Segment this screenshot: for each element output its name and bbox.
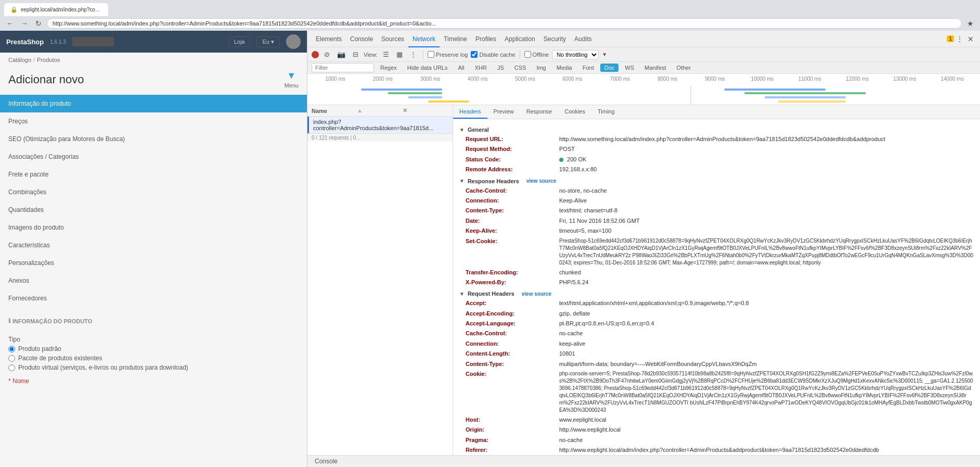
record-button[interactable] xyxy=(312,51,319,58)
browser-tab[interactable]: 🔒 eeplight.local/adm/index.php?controlle… xyxy=(4,3,108,16)
view-grid-button[interactable]: ▦ xyxy=(394,49,405,59)
dt-dots-button[interactable]: ⋮ xyxy=(954,33,965,45)
preserve-log-label[interactable]: Preserve log xyxy=(428,51,468,58)
nav-item-1[interactable]: Preços xyxy=(0,112,307,130)
radio-virtual[interactable]: Produto virtual (serviços, e-livros ou p… xyxy=(8,364,299,371)
nav-item-0[interactable]: Informação do produto xyxy=(0,95,307,112)
detail-tab-headers[interactable]: Headers xyxy=(453,105,487,119)
disable-cache-label[interactable]: Disable cache xyxy=(471,51,515,58)
browser-chrome: 🔒 eeplight.local/adm/index.php?controlle… xyxy=(0,0,980,31)
nav-item-5[interactable]: Combinações xyxy=(0,183,307,201)
filter-media[interactable]: Media xyxy=(552,64,576,72)
offline-label[interactable]: Offline xyxy=(524,51,549,58)
filter-js[interactable]: JS xyxy=(493,64,508,72)
filter-font[interactable]: Font xyxy=(578,64,598,72)
dt-tab-application[interactable]: Application xyxy=(500,31,539,47)
remote-row: Remote Address: 192.168.x.x:80 xyxy=(459,165,974,174)
filter-img[interactable]: Img xyxy=(532,64,550,72)
req-host-row: Host: www.eeplight.local xyxy=(459,415,974,425)
dt-tab-elements[interactable]: Elements xyxy=(312,31,346,47)
offline-checkbox[interactable] xyxy=(524,51,531,58)
breadcrumb-sep: / xyxy=(33,57,35,63)
filter-css[interactable]: CSS xyxy=(510,64,531,72)
refresh-button[interactable]: ↻ xyxy=(33,18,44,29)
general-section-header[interactable]: ▼ General xyxy=(459,123,974,134)
request-toggle-icon: ▼ xyxy=(459,291,465,297)
dt-tab-security[interactable]: Security xyxy=(539,31,570,47)
req-pragma-name: Pragma: xyxy=(466,436,559,444)
filter-doc[interactable]: Doc xyxy=(600,64,619,72)
nav-item-11[interactable]: Fornecedores xyxy=(0,289,307,307)
nav-item-4[interactable]: Frete e pacote xyxy=(0,166,307,183)
detail-tab-timing[interactable]: Timing xyxy=(591,105,621,119)
nav-item-8[interactable]: Características xyxy=(0,236,307,254)
nav-item-6[interactable]: Quantidades xyxy=(0,201,307,219)
radio-pacote-label: Pacote de produtos existentes xyxy=(18,355,102,362)
request-headers-section[interactable]: ▼ Request Headers view source xyxy=(459,287,974,298)
forward-button[interactable]: → xyxy=(19,18,30,29)
ps-store-button[interactable]: Loja xyxy=(228,36,251,47)
radio-produto-padrao[interactable]: Produto padrão xyxy=(8,345,299,352)
radio-produto-padrao-input[interactable] xyxy=(8,346,15,352)
resp-transfer-value: chunked xyxy=(559,269,974,276)
detail-tab-cookies[interactable]: Cookies xyxy=(558,105,591,119)
filter-manifest[interactable]: Manifest xyxy=(640,64,670,72)
dt-close-button[interactable]: ✕ xyxy=(965,33,976,45)
tl-2000: 2000 ms xyxy=(359,76,406,82)
radio-pacote[interactable]: Pacote de produtos existentes xyxy=(8,355,299,362)
radio-virtual-input[interactable] xyxy=(8,364,15,371)
filter-all[interactable]: All xyxy=(454,64,468,72)
ps-user-button[interactable]: Eu ▾ xyxy=(256,36,280,47)
disable-cache-checkbox[interactable] xyxy=(471,51,478,58)
req-referer-value: http://www.eeplight.local/adm/index.php?… xyxy=(559,446,974,454)
tl-12000: 12000 ms xyxy=(833,76,881,82)
resp-transfer-row: Transfer-Encoding: chunked xyxy=(459,268,974,277)
view-options-button[interactable]: ⋮ xyxy=(408,49,419,59)
close-request-icon[interactable]: ✕ xyxy=(403,107,448,114)
back-button[interactable]: ← xyxy=(4,18,16,29)
dt-tab-network[interactable]: Network xyxy=(408,31,440,47)
breadcrumb-catalog[interactable]: Catálogo xyxy=(8,57,31,63)
request-row-selected[interactable]: index.php?controller=AdminProducts&token… xyxy=(307,117,453,133)
nav-item-10[interactable]: Anexos xyxy=(0,272,307,289)
dt-tab-audits[interactable]: Audits xyxy=(570,31,596,47)
nav-item-9[interactable]: Personalizações xyxy=(0,254,307,272)
nav-item-7[interactable]: Imagens do produto xyxy=(0,219,307,236)
dt-tab-profiles[interactable]: Profiles xyxy=(471,31,500,47)
dt-tab-sources[interactable]: Sources xyxy=(377,31,408,47)
request-view-source[interactable]: view source xyxy=(522,291,551,297)
timeline-labels-row: 1000 ms 2000 ms 3000 ms 4000 ms 5000 ms … xyxy=(307,74,980,84)
dt-tab-timeline[interactable]: Timeline xyxy=(440,31,471,47)
network-status-bar: 0 / 121 requests | 0... xyxy=(307,133,453,142)
ps-menu-button[interactable]: ▼ Menu xyxy=(284,70,299,89)
response-section-header[interactable]: ▼ Response Headers view source xyxy=(459,175,974,186)
nav-item-3[interactable]: Associações / Categorias xyxy=(0,148,307,166)
status-green-dot xyxy=(559,158,563,162)
dt-tab-console[interactable]: Console xyxy=(346,31,377,47)
filter-input[interactable] xyxy=(312,63,374,72)
clear-button[interactable]: ⊘ xyxy=(322,49,332,59)
filter-button[interactable]: ⊟ xyxy=(351,49,360,59)
tl-7000: 7000 ms xyxy=(596,76,643,82)
filter-xhr[interactable]: XHR xyxy=(471,64,491,72)
console-button[interactable]: Console xyxy=(312,457,341,466)
nav-item-2[interactable]: SEO (Otimização para Motores de Busca) xyxy=(0,130,307,148)
filter-hide-data[interactable]: Hide data URLs xyxy=(403,64,452,72)
detail-tab-preview[interactable]: Preview xyxy=(487,105,520,119)
throttle-select[interactable]: No throttling xyxy=(552,50,599,59)
filter-other[interactable]: Other xyxy=(673,64,695,72)
view-list-button[interactable]: ☰ xyxy=(381,49,391,59)
resp-connection-value: Keep-Alive xyxy=(559,197,974,205)
detail-tab-response[interactable]: Response xyxy=(520,105,559,119)
bookmark-button[interactable]: ★ xyxy=(965,18,976,29)
tl-3000: 3000 ms xyxy=(406,76,454,82)
filter-ws[interactable]: WS xyxy=(621,64,638,72)
filter-regex[interactable]: Regex xyxy=(376,64,401,72)
address-input[interactable] xyxy=(47,18,962,29)
camera-button[interactable]: 📷 xyxy=(335,49,347,59)
toolbar-sep-1 xyxy=(423,50,423,59)
response-view-source[interactable]: view source xyxy=(526,178,556,184)
radio-pacote-input[interactable] xyxy=(8,355,15,362)
preserve-log-checkbox[interactable] xyxy=(428,51,434,58)
tl-13000: 13000 ms xyxy=(881,76,929,82)
